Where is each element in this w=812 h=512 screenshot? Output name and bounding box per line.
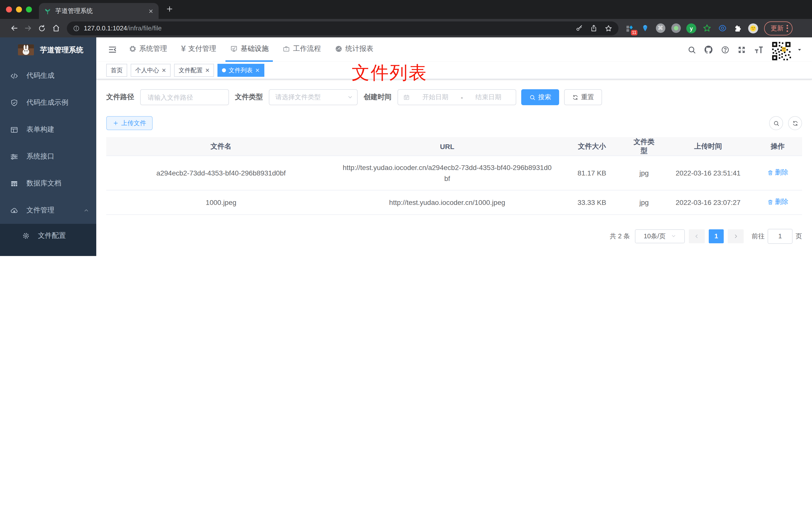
caret-down-icon[interactable] xyxy=(797,47,802,52)
end-date-placeholder[interactable]: 结束日期 xyxy=(466,93,511,102)
chrome-update-button[interactable]: 更新 xyxy=(764,21,792,35)
tab-title: 芋道管理系统 xyxy=(55,7,148,15)
search-icon[interactable] xyxy=(687,45,696,54)
close-tag-icon[interactable]: ✕ xyxy=(205,67,209,73)
extension-record-icon[interactable] xyxy=(671,23,681,33)
bookmark-star-icon[interactable] xyxy=(605,24,612,32)
update-label: 更新 xyxy=(771,24,784,33)
address-bar[interactable]: 127.0.0.1:1024/infra/file/file xyxy=(67,21,618,35)
extensions-puzzle-icon[interactable] xyxy=(733,23,743,33)
share-icon[interactable] xyxy=(590,24,598,32)
reset-button[interactable]: 重置 xyxy=(564,89,602,105)
macos-traffic-lights[interactable] xyxy=(6,6,32,12)
forward-button[interactable] xyxy=(21,21,35,35)
file-type-select[interactable]: 请选择文件类型 xyxy=(269,89,358,105)
close-tag-icon[interactable]: ✕ xyxy=(162,67,166,73)
prev-page-button[interactable] xyxy=(689,229,705,243)
fullscreen-icon[interactable] xyxy=(737,45,746,54)
site-info-icon[interactable] xyxy=(73,25,80,32)
sidebar-item-form-builder[interactable]: 表单构建 xyxy=(0,116,96,143)
url-text[interactable]: 127.0.0.1:1024/infra/file/file xyxy=(84,24,576,32)
font-size-icon[interactable] xyxy=(754,44,764,55)
tag-file-config[interactable]: 文件配置✕ xyxy=(174,64,214,77)
sidebar-logo[interactable]: 芋道管理系统 xyxy=(0,37,96,62)
password-key-icon[interactable] xyxy=(576,24,583,32)
profile-avatar-icon[interactable] xyxy=(748,23,758,33)
tag-profile[interactable]: 个人中心✕ xyxy=(131,64,171,77)
goto-label: 前往 xyxy=(752,232,764,241)
date-separator: - xyxy=(461,93,463,101)
chevron-down-icon xyxy=(671,233,676,239)
sidebar-item-code-gen[interactable]: 代码生成 xyxy=(0,62,96,89)
tag-home[interactable]: 首页 xyxy=(106,64,127,77)
close-tab-icon[interactable] xyxy=(148,8,154,14)
col-filesize: 文件大小 xyxy=(558,137,625,156)
extension-command-icon[interactable]: ⌘ xyxy=(656,23,665,33)
sidebar-item-code-demo[interactable]: 代码生成示例 xyxy=(0,89,96,116)
search-button[interactable]: 搜索 xyxy=(521,89,559,105)
file-table: 文件名 URL 文件大小 文件类型 上传时间 操作 a294ecb2-73dd-… xyxy=(106,137,802,215)
cloud-download-icon xyxy=(10,206,19,215)
shield-check-icon xyxy=(10,98,19,107)
trash-icon xyxy=(767,170,773,176)
user-avatar-qr[interactable] xyxy=(771,41,791,61)
main-area: 系统管理 ¥支付管理 基础设施 工作流程 统计报表 xyxy=(96,37,812,256)
upload-file-button[interactable]: 上传文件 xyxy=(106,116,153,130)
goto-page-input[interactable] xyxy=(767,229,792,244)
hamburger-fold-icon xyxy=(108,45,117,54)
close-tag-icon[interactable]: ✕ xyxy=(255,67,260,73)
extension-grid-icon[interactable]: 11 xyxy=(625,23,634,33)
nav-item-reports[interactable]: 统计报表 xyxy=(330,37,378,62)
tag-file-list[interactable]: 文件列表✕ xyxy=(218,64,264,77)
file-type-label: 文件类型 xyxy=(235,93,263,102)
grid-icon xyxy=(10,125,19,134)
gear-icon xyxy=(129,45,137,53)
help-icon[interactable] xyxy=(721,45,730,54)
sidebar-item-system-api[interactable]: 系统接口 xyxy=(0,143,96,170)
nav-item-system[interactable]: 系统管理 xyxy=(124,37,172,62)
nav-item-infrastructure[interactable]: 基础设施 xyxy=(226,37,273,62)
extension-star-icon[interactable] xyxy=(702,23,712,33)
close-window-button[interactable] xyxy=(6,6,12,12)
browser-tab[interactable]: 芋道管理系统 xyxy=(39,3,158,19)
page-size-select[interactable]: 10条/页 xyxy=(635,229,685,243)
sliders-icon xyxy=(10,152,19,161)
plus-icon xyxy=(113,120,119,126)
sidebar-item-file-config[interactable]: 文件配置 xyxy=(0,224,96,248)
home-button[interactable] xyxy=(49,21,63,35)
url-path: /infra/file/file xyxy=(127,24,162,32)
sidebar-item-file-list[interactable]: 文件列表 xyxy=(0,248,96,256)
file-path-input[interactable] xyxy=(147,93,223,101)
extension-balloon-icon[interactable] xyxy=(640,23,650,33)
delete-button[interactable]: 删除 xyxy=(767,197,788,207)
top-nav: 系统管理 ¥支付管理 基础设施 工作流程 统计报表 xyxy=(124,37,378,62)
chevron-left-icon xyxy=(694,233,700,239)
toggle-search-button[interactable] xyxy=(769,116,783,130)
reload-button[interactable] xyxy=(35,21,49,35)
page-number-current[interactable]: 1 xyxy=(709,229,724,243)
refresh-icon xyxy=(792,120,798,126)
sidebar: 芋道管理系统 代码生成 代码生成示例 表单构建 系统接口 数据库文档 文件管理 … xyxy=(0,37,96,256)
nav-item-payment[interactable]: ¥支付管理 xyxy=(177,37,221,62)
sidebar-item-file-management[interactable]: 文件管理 xyxy=(0,197,96,224)
zoom-window-button[interactable] xyxy=(26,6,32,12)
refresh-table-button[interactable] xyxy=(788,116,802,130)
date-range-picker[interactable]: 开始日期 - 结束日期 xyxy=(398,89,516,105)
url-host: 127.0.0.1:1024 xyxy=(84,24,127,32)
extension-lens-icon[interactable] xyxy=(717,23,727,33)
collapse-sidebar-button[interactable] xyxy=(96,37,124,62)
minimize-window-button[interactable] xyxy=(16,6,22,12)
new-tab-button[interactable] xyxy=(166,5,174,13)
browser-menu-icon[interactable] xyxy=(787,25,788,32)
back-button[interactable] xyxy=(7,21,21,35)
page-unit-label: 页 xyxy=(795,232,802,241)
next-page-button[interactable] xyxy=(728,229,744,243)
start-date-placeholder[interactable]: 开始日期 xyxy=(413,93,458,102)
sidebar-item-db-doc[interactable]: 数据库文档 xyxy=(0,170,96,197)
extension-y-icon[interactable]: y xyxy=(686,23,696,33)
page-content: 文件路径 文件类型 请选择文件类型 创建时间 开始日期 - 结束日期 搜索 重置 xyxy=(96,79,812,256)
github-icon[interactable] xyxy=(704,45,713,54)
delete-button[interactable]: 删除 xyxy=(767,167,788,178)
create-time-label: 创建时间 xyxy=(364,93,392,102)
nav-item-workflow[interactable]: 工作流程 xyxy=(278,37,325,62)
